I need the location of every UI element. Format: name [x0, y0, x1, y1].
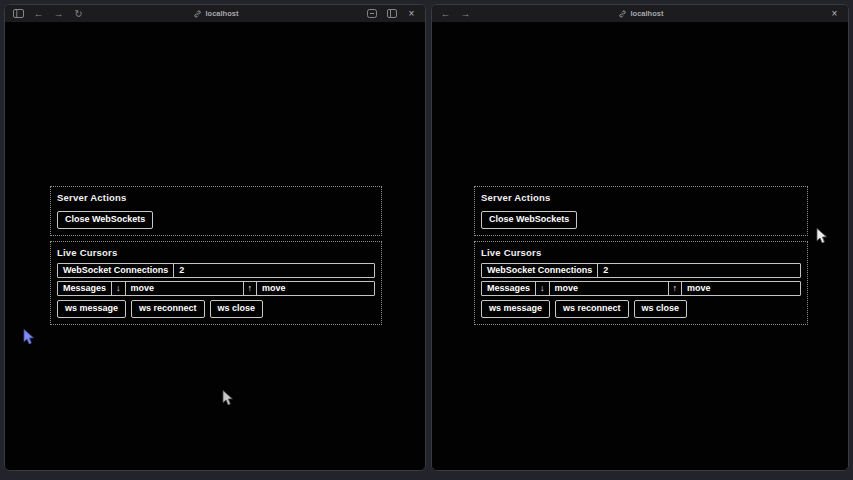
ws-reconnect-button[interactable]: ws reconnect [555, 300, 629, 318]
messages-row: Messages ↓ move ↑ move [481, 281, 801, 296]
arrow-up-icon: ↑ [669, 282, 683, 295]
ws-buttons-row: ws message ws reconnect ws close [481, 300, 801, 318]
server-actions-section: Server Actions Close WebSockets [50, 186, 382, 236]
outgoing-message-value: move [682, 282, 800, 295]
messages-label: Messages [482, 282, 536, 295]
close-icon[interactable]: × [406, 8, 417, 19]
browser-window-right: ← → localhost × Server Actions Close Web… [431, 4, 849, 471]
ws-close-button[interactable]: ws close [210, 300, 264, 318]
arrow-down-icon: ↓ [536, 282, 550, 295]
titlebar-right[interactable]: ← → localhost × [432, 5, 848, 22]
close-websockets-button[interactable]: Close WebSockets [481, 211, 577, 229]
browser-window-left: ← → ↻ localhost × [4, 4, 426, 471]
debug-panel: Server Actions Close WebSockets Live Cur… [474, 186, 808, 330]
link-icon [617, 8, 628, 19]
forward-icon[interactable]: → [460, 8, 471, 19]
websocket-connections-row: WebSocket Connections 2 [57, 263, 375, 278]
address-display: localhost [192, 5, 239, 22]
ws-message-button[interactable]: ws message [57, 300, 126, 318]
close-websockets-button[interactable]: Close WebSockets [57, 211, 153, 229]
titlebar-left[interactable]: ← → ↻ localhost × [5, 5, 425, 22]
live-cursors-section: Live Cursors WebSocket Connections 2 Mes… [474, 241, 808, 325]
arrow-down-icon: ↓ [112, 282, 126, 295]
websocket-connections-row: WebSocket Connections 2 [481, 263, 801, 278]
ws-message-button[interactable]: ws message [481, 300, 550, 318]
section-title: Server Actions [57, 192, 375, 203]
page-content-left: Server Actions Close WebSockets Live Cur… [5, 22, 425, 471]
page-content-right: Server Actions Close WebSockets Live Cur… [432, 22, 848, 471]
ws-buttons-row: ws message ws reconnect ws close [57, 300, 375, 318]
debug-panel: Server Actions Close WebSockets Live Cur… [50, 186, 382, 330]
ws-reconnect-button[interactable]: ws reconnect [131, 300, 205, 318]
back-icon[interactable]: ← [440, 8, 451, 19]
incoming-message-value: move [126, 282, 244, 295]
outgoing-message-value: move [257, 282, 374, 295]
connections-value: 2 [598, 264, 800, 277]
link-icon [192, 8, 203, 19]
server-actions-section: Server Actions Close WebSockets [474, 186, 808, 236]
url-label: localhost [206, 9, 239, 18]
ws-close-button[interactable]: ws close [634, 300, 688, 318]
forward-icon[interactable]: → [53, 8, 64, 19]
section-title: Live Cursors [481, 247, 801, 258]
connections-label: WebSocket Connections [482, 264, 598, 277]
url-label: localhost [631, 9, 664, 18]
incoming-message-value: move [550, 282, 669, 295]
messages-label: Messages [58, 282, 112, 295]
arrow-up-icon: ↑ [244, 282, 258, 295]
sidebar-toggle-icon[interactable] [13, 8, 24, 19]
section-title: Server Actions [481, 192, 801, 203]
address-display: localhost [617, 5, 664, 22]
reload-icon[interactable]: ↻ [73, 8, 84, 19]
connections-value: 2 [174, 264, 374, 277]
desktop: { "desktop": { "background": "#23242b" }… [0, 0, 853, 480]
live-cursors-section: Live Cursors WebSocket Connections 2 Mes… [50, 241, 382, 325]
tabs-icon[interactable] [386, 8, 397, 19]
reader-badge-icon[interactable] [366, 8, 377, 19]
close-icon[interactable]: × [829, 8, 840, 19]
messages-row: Messages ↓ move ↑ move [57, 281, 375, 296]
back-icon[interactable]: ← [33, 8, 44, 19]
connections-label: WebSocket Connections [58, 264, 174, 277]
section-title: Live Cursors [57, 247, 375, 258]
